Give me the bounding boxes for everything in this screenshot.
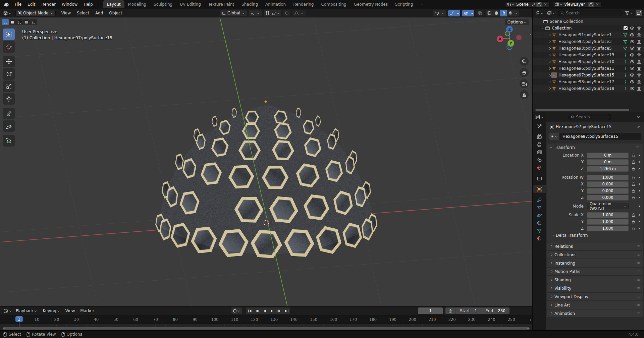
expand-icon[interactable] [548,80,551,83]
panel-grip[interactable] [635,270,640,273]
new-scene-button[interactable] [536,2,542,7]
animate-dot[interactable] [639,161,640,163]
disable-render-toggle[interactable] [637,46,641,51]
tool-tweak-select[interactable] [3,29,15,40]
panel-grip[interactable] [635,304,640,306]
viewport-canvas[interactable]: User Perspective (1) Collection | Hexago… [0,17,532,306]
tool-cursor[interactable] [3,41,15,53]
jump-to-end-button[interactable] [283,307,290,314]
collapse-icon[interactable] [541,26,544,29]
properties-options-dropdown[interactable] [636,115,641,119]
snap-settings-dropdown[interactable] [271,10,281,16]
panel-line-art[interactable]: Line Art [547,301,643,309]
animate-dot[interactable] [639,168,640,169]
properties-tab-physics[interactable] [533,211,546,219]
outliner-display-mode-button[interactable] [546,10,556,16]
proportional-falloff-dropdown[interactable] [292,10,306,16]
workspace-tab-sculpting[interactable]: Sculpting [150,0,176,8]
timeline-editor[interactable]: PlaybackKeyingViewMarker [0,306,532,330]
disable-render-toggle[interactable] [637,73,641,77]
scene-name[interactable]: Scene [515,2,531,7]
properties-tab-tool[interactable] [533,122,546,130]
hide-viewport-toggle[interactable] [630,53,635,57]
animate-dot[interactable] [639,190,640,191]
properties-tab-particles[interactable] [533,204,546,211]
delete-scene-button[interactable]: × [542,2,548,7]
tool-options-dropdown[interactable]: Options [505,19,529,25]
lock-icon[interactable] [632,175,636,179]
prev-keyframe-button[interactable] [253,307,261,314]
panel-grip[interactable] [635,287,640,289]
properties-tab-render[interactable] [533,133,546,140]
properties-tab-object-data[interactable] [533,227,546,234]
viewlayer-name[interactable]: ViewLayer [563,2,588,7]
viewport-menu-object[interactable]: Object [106,10,125,16]
workspace-tab-compositing[interactable]: Compositing [317,0,350,8]
panel-instancing[interactable]: Instancing [547,259,643,267]
lock-icon[interactable] [632,213,636,217]
timeline-menu-view[interactable]: View [63,307,77,314]
viewlayer-selector[interactable]: ViewLayer × [553,1,602,8]
animate-dot[interactable] [639,206,640,207]
outliner-scrollbar[interactable] [535,109,629,111]
disable-render-toggle[interactable] [637,53,641,57]
animate-dot[interactable] [639,197,640,198]
lock-icon[interactable] [632,160,636,164]
expand-icon[interactable] [548,34,551,36]
outliner-row-hexagone98-polysurface17[interactable]: Hexagone98:polySurface17 [533,78,644,85]
disable-render-toggle[interactable] [637,60,641,64]
editor-type-button[interactable] [2,10,13,16]
snap-toggle[interactable] [264,10,271,16]
properties-tab-material[interactable] [533,234,546,242]
pivot-point-dropdown[interactable] [249,10,262,16]
outliner-row-hexagone96-polysurface11[interactable]: Hexagone96:polySurface11 [533,65,644,72]
select-subtract-button[interactable] [16,19,23,25]
field-z[interactable]: 1.266 m [587,166,629,172]
properties-tab-object[interactable] [533,185,546,193]
workspace-tab-scripting[interactable]: Scripting [391,0,417,8]
properties-editor-type-button[interactable] [533,112,546,122]
menu-help[interactable]: Help [80,1,96,8]
animate-dot[interactable] [639,183,640,185]
disable-render-toggle[interactable] [637,40,641,44]
viewport-menu-view[interactable]: View [58,10,74,16]
blender-logo-icon[interactable] [3,2,9,7]
scene-selector[interactable]: Scene × [505,1,550,8]
panel-grip[interactable] [635,245,640,247]
viewport-menu-add[interactable]: Add [92,10,106,16]
hide-viewport-toggle[interactable] [630,26,635,31]
panel-visibility[interactable]: Visibility [547,284,643,292]
animate-dot[interactable] [639,214,640,216]
lock-icon[interactable] [632,182,636,186]
sidebar-collapse-icon[interactable]: ‹ [530,32,532,37]
tool-transform[interactable] [3,93,15,105]
properties-tab-collection[interactable] [533,174,546,182]
tool-add-cube[interactable] [3,135,15,147]
zoom-button[interactable] [520,57,529,66]
panel-grip[interactable] [636,146,641,149]
tool-scale[interactable] [3,80,15,92]
lock-icon[interactable] [632,189,636,193]
panel-animation[interactable]: Animation [547,309,643,317]
browse-viewlayer-icon[interactable] [554,2,563,7]
hide-viewport-toggle[interactable] [630,66,635,71]
tool-annotate[interactable] [3,108,15,119]
disable-render-toggle[interactable] [637,80,641,84]
lock-icon[interactable] [632,226,636,230]
pin-scene-icon[interactable] [531,2,536,7]
timeline-scrollbar[interactable] [3,327,530,330]
toggle-xray[interactable] [476,10,484,16]
show-object-types-dropdown[interactable] [433,10,446,16]
properties-search-input[interactable] [576,115,608,119]
disable-render-toggle[interactable] [637,87,641,91]
panel-collections[interactable]: Collections [547,251,643,259]
field-y[interactable]: 0.000 [587,188,629,194]
panel-motion-paths[interactable]: Motion Paths [547,268,643,275]
timeline-menu-playback[interactable]: Playback [13,307,40,314]
workspace-tab-shading[interactable]: Shading [238,0,262,8]
add-workspace-button[interactable]: + [417,0,427,8]
panel-grip[interactable] [635,312,640,315]
hide-viewport-toggle[interactable] [630,39,635,44]
gizmo-settings-dropdown[interactable] [455,10,460,16]
panel-grip[interactable] [635,262,640,264]
